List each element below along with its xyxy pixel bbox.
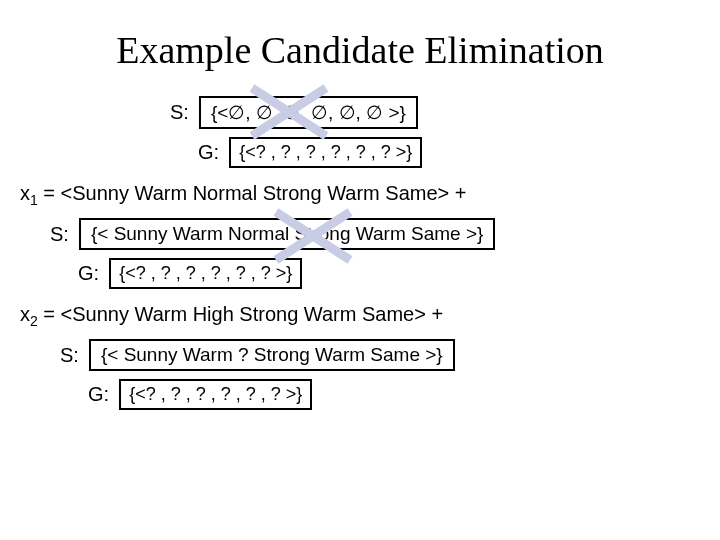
label-g: G: — [78, 262, 99, 285]
value-x2-s: {< Sunny Warm ? Strong Warm Same >} — [89, 339, 455, 371]
row-x2-s: S: {< Sunny Warm ? Strong Warm Same >} — [60, 339, 720, 371]
row-x2-g: G: {<? , ? , ? , ? , ? , ? >} — [88, 379, 720, 410]
label-s: S: — [50, 223, 69, 246]
label-g: G: — [88, 383, 109, 406]
row-x1-s: S: {< Sunny Warm Normal Strong Warm Same… — [50, 218, 720, 250]
slide-title: Example Candidate Elimination — [0, 28, 720, 72]
value-initial-g: {<? , ? , ? , ? , ? , ? >} — [229, 137, 422, 168]
example-x1: x1 = <Sunny Warm Normal Strong Warm Same… — [20, 182, 720, 208]
example-x2: x2 = <Sunny Warm High Strong Warm Same> … — [20, 303, 720, 329]
label-s: S: — [170, 101, 189, 124]
label-g: G: — [198, 141, 219, 164]
row-initial-s: S: {<∅, ∅, ∅, ∅, ∅, ∅ >} — [170, 96, 720, 129]
value-x1-g: {<? , ? , ? , ? , ? , ? >} — [109, 258, 302, 289]
row-initial-g: G: {<? , ? , ? , ? , ? , ? >} — [198, 137, 720, 168]
value-initial-s: {<∅, ∅, ∅, ∅, ∅, ∅ >} — [199, 96, 418, 129]
label-s: S: — [60, 344, 79, 367]
value-x1-s: {< Sunny Warm Normal Strong Warm Same >} — [79, 218, 495, 250]
row-x1-g: G: {<? , ? , ? , ? , ? , ? >} — [78, 258, 720, 289]
value-x2-g: {<? , ? , ? , ? , ? , ? >} — [119, 379, 312, 410]
